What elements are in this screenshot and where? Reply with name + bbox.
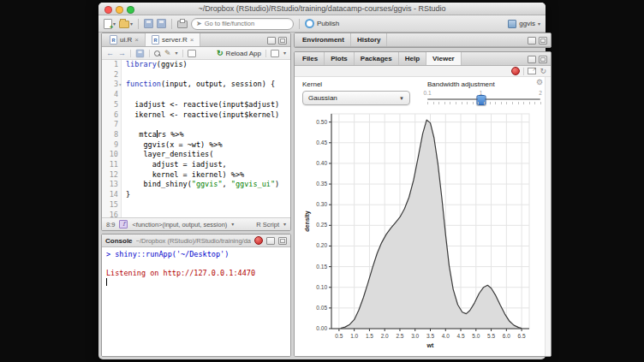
tab-viewer[interactable]: Viewer (426, 52, 462, 65)
kernel-select[interactable]: Gaussian ▼ (302, 91, 410, 105)
save-document-button[interactable] (136, 49, 144, 56)
go-to-file-search[interactable]: ➤ (191, 18, 294, 30)
code-line[interactable]: 7 (102, 120, 290, 130)
save-button[interactable] (144, 19, 153, 28)
tab-server-r[interactable]: Rserver.R× (146, 33, 200, 46)
tab-files[interactable]: Files (296, 52, 325, 65)
close-icon[interactable]: × (134, 37, 139, 44)
open-in-source-window-icon[interactable] (188, 50, 196, 57)
reload-app-button[interactable]: ↻ Reload App (217, 50, 261, 57)
code-line[interactable]: 3▾function(input, output, session) { (102, 80, 290, 90)
code-line[interactable]: 14} (102, 190, 290, 200)
forward-icon[interactable]: → (118, 50, 126, 57)
viewer-pane-buttons (528, 56, 547, 63)
function-scope-icon: f (119, 220, 128, 228)
code-line[interactable]: 11 adjust = iadjust, (102, 160, 290, 170)
code-line[interactable]: 6 ikernel <- reactive(input$kernel) (102, 110, 290, 121)
tab-history[interactable]: History (351, 33, 388, 46)
zoom-window-button[interactable] (127, 6, 134, 14)
slider-tick (501, 102, 502, 104)
bandwidth-control: Bandwidth adjustment 0.1 1 2 (427, 80, 540, 106)
stop-icon[interactable] (254, 236, 263, 245)
document-type[interactable]: R Script (256, 221, 279, 228)
code-line[interactable]: 9 ggvis(x = ~wt) %>% (102, 140, 290, 151)
code-token: kernel = ikernel) %>% (126, 170, 244, 179)
publish-button[interactable]: Publish (305, 19, 339, 28)
code-line[interactable]: 10 layer_densities( (102, 150, 290, 160)
line-number: 10 (102, 150, 122, 160)
refresh-icon[interactable]: ↻ (540, 68, 546, 75)
tab-help[interactable]: Help (399, 52, 426, 65)
minimize-pane-button[interactable] (528, 37, 536, 45)
gear-icon[interactable]: ⚙ (536, 79, 543, 86)
console-header: Console ~/Dropbox (RStudio)/RStudio/trai… (102, 234, 290, 247)
project-menu-button[interactable]: ggvis ▾ (508, 20, 540, 28)
maximize-pane-button[interactable] (539, 37, 547, 45)
y-tick-label: 0.30 (316, 201, 327, 207)
minimize-pane-button[interactable] (267, 37, 276, 45)
console-output[interactable]: > shiny::runApp('~/Desktop') Listening o… (102, 247, 290, 356)
fold-marker-icon[interactable]: ▾ (118, 80, 122, 90)
open-in-new-window-icon[interactable] (528, 68, 536, 74)
maximize-pane-button[interactable] (539, 56, 547, 63)
source-options-icon[interactable] (271, 50, 279, 57)
print-button[interactable] (177, 21, 188, 28)
publish-icon (305, 19, 314, 28)
maximize-pane-button[interactable] (278, 37, 287, 45)
code-tools-wand-icon[interactable]: ✎ (164, 50, 171, 57)
r-file-icon: R (110, 35, 117, 45)
publish-label: Publish (317, 20, 339, 27)
code-line[interactable]: 15 (102, 200, 290, 211)
bandwidth-slider[interactable]: 0.1 1 2 (427, 91, 540, 106)
go-to-file-input[interactable] (205, 20, 289, 27)
find-replace-icon[interactable] (154, 50, 160, 56)
code-line[interactable]: 1library(ggvis) (102, 60, 290, 70)
toolbar-divider (138, 19, 139, 29)
close-window-button[interactable] (104, 6, 112, 14)
code-line[interactable]: 13 bind_shiny("ggvis", "ggvis_ui") (102, 180, 290, 190)
window-titlebar[interactable]: ~/Dropbox (RStudio)/RStudio/training/dat… (98, 3, 546, 15)
chevron-down-icon: ▾ (283, 50, 286, 56)
folder-open-icon (119, 21, 129, 28)
slider-tick (523, 102, 524, 104)
code-line[interactable]: 16 (102, 211, 290, 217)
density-area (341, 120, 522, 329)
source-editor-pane: Rui.R×Rserver.R× ← → ✎▾ (101, 33, 291, 231)
viewer-scrollbar[interactable] (545, 77, 551, 356)
minimize-pane-button[interactable] (528, 56, 536, 63)
chevron-down-icon: ▾ (283, 222, 286, 227)
function-context[interactable]: <function>(input, output, session) (132, 221, 227, 228)
tab-ui-r[interactable]: Rui.R× (104, 33, 146, 46)
kernel-label: Kernel (302, 80, 410, 88)
cursor-position: 8:9 (106, 221, 115, 228)
code-token: ggvis(x = ~wt) %>% (126, 140, 223, 149)
new-file-button[interactable]: + ▾ (104, 19, 116, 29)
window-title: ~/Dropbox (RStudio)/RStudio/training/dat… (199, 4, 446, 13)
code-line[interactable]: 2 (102, 70, 290, 80)
minimize-pane-button[interactable] (266, 237, 275, 245)
code-text: mtcars %>% (122, 130, 184, 140)
tab-plots[interactable]: Plots (325, 52, 355, 65)
code-text (122, 70, 130, 80)
code-line[interactable]: 8 mtcars %>% (102, 130, 290, 140)
maximize-pane-button[interactable] (278, 237, 287, 245)
back-icon[interactable]: ← (106, 50, 114, 57)
stop-app-icon[interactable] (511, 67, 520, 75)
y-tick-label: 0.35 (316, 181, 327, 187)
close-icon[interactable]: × (190, 37, 194, 44)
code-line[interactable]: 12 kernel = ikernel) %>% (102, 170, 290, 181)
tab-packages[interactable]: Packages (355, 52, 399, 65)
minimize-window-button[interactable] (116, 6, 123, 14)
code-token: (input, output, session) { (161, 80, 275, 88)
x-tick-label: 0.5 (335, 333, 343, 339)
code-editor[interactable]: 1library(ggvis)2 3▾function(input, outpu… (102, 60, 290, 217)
tab-label: server.R (162, 36, 188, 44)
slider-tick (433, 102, 434, 104)
save-all-button[interactable] (157, 19, 166, 28)
open-file-button[interactable]: ▾ (119, 19, 133, 28)
toolbar-divider (182, 50, 183, 57)
tab-environment[interactable]: Environment (296, 33, 351, 46)
code-line[interactable]: 5 iadjust <- reactive(input$adjust) (102, 100, 290, 110)
console-tab-label[interactable]: Console (105, 237, 133, 245)
code-line[interactable]: 4 (102, 90, 290, 100)
